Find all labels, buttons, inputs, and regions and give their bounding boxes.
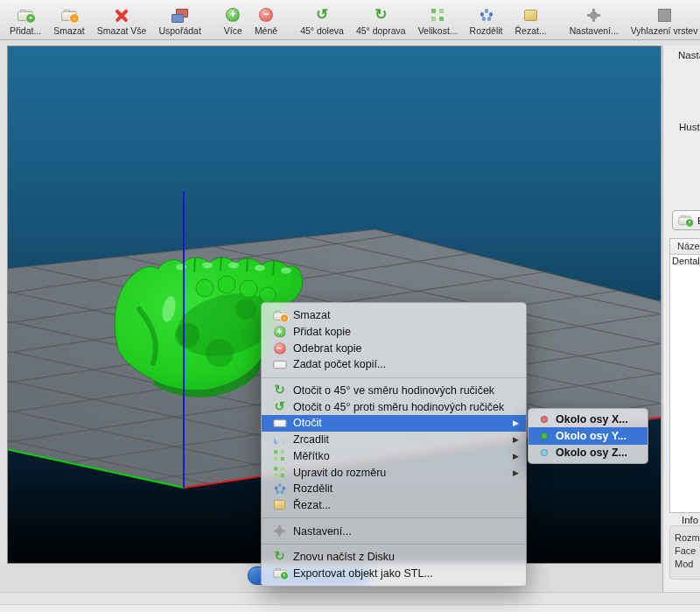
menu-item-label: Zadat počet kopií... bbox=[293, 358, 386, 370]
split-dots-icon bbox=[275, 483, 285, 494]
menu-item-cut[interactable]: Řezat... bbox=[262, 497, 526, 514]
menu-icon-slot: › bbox=[273, 568, 285, 578]
menu-icon-slot bbox=[273, 361, 285, 369]
toolbar: +Přidat...-SmazatSmazat VšeUspořádat+Víc… bbox=[0, 0, 700, 40]
submenu-item-label: Okolo osy Z... bbox=[556, 447, 627, 459]
submenu-item-label: Okolo osy Y... bbox=[556, 430, 626, 442]
slicer-window: +Přidat...-SmazatSmazat VšeUspořádat+Víc… bbox=[0, 0, 700, 612]
toolbar-button-delete-all[interactable]: Smazat Vše bbox=[91, 4, 153, 39]
brick-export-icon: › bbox=[273, 568, 286, 578]
toolbar-icon-slot: ↻ bbox=[374, 6, 388, 24]
menu-icon-slot bbox=[273, 435, 285, 443]
toolbar-button-add[interactable]: +Přidat... bbox=[4, 4, 47, 39]
toolbar-icon-slot bbox=[431, 6, 444, 24]
menu-item-reload-from-disk[interactable]: ↻Znovu načíst z Disku bbox=[262, 549, 526, 566]
toolbar-button-rotate-left[interactable]: ↺45° doleva bbox=[294, 4, 350, 39]
gray-square-icon bbox=[658, 9, 671, 22]
toolbar-button-label: Vyhlazení vrstev bbox=[631, 25, 698, 36]
menu-item-label: Řezat... bbox=[293, 499, 331, 511]
info-box: Rozm Face Mod bbox=[669, 525, 700, 580]
menu-separator bbox=[262, 517, 526, 518]
toolbar-icon-slot bbox=[587, 6, 600, 24]
toolbar-button-cut[interactable]: Řezat... bbox=[509, 4, 553, 39]
split-dots-icon bbox=[480, 9, 493, 21]
menu-item-label: Upravit do rozměru bbox=[293, 467, 386, 479]
toolbar-button-size[interactable]: Velikost... bbox=[412, 4, 464, 39]
submenu-item-around-y[interactable]: Okolo osy Y... bbox=[528, 427, 648, 444]
menu-item-label: Zrcadlit bbox=[293, 433, 329, 446]
toolbar-button-settings[interactable]: Nastavení... bbox=[564, 4, 625, 39]
submenu-item-label: Okolo osy X... bbox=[556, 413, 628, 426]
toolbar-button-layer-smoothing[interactable]: Vyhlazení vrstev bbox=[625, 4, 700, 39]
submenu-item-around-z[interactable]: Okolo osy Z... bbox=[528, 445, 648, 461]
menu-item-scale[interactable]: Měřítko▶ bbox=[262, 448, 526, 465]
scale-arrows-icon bbox=[274, 450, 285, 461]
submenu-arrow-icon: ▶ bbox=[508, 468, 519, 477]
field-icon bbox=[273, 419, 286, 427]
toolbar-button-label: Více bbox=[224, 25, 242, 36]
menu-item-split[interactable]: Rozdělit bbox=[262, 481, 526, 497]
toolbar-button-rotate-right[interactable]: ↻45° doprava bbox=[350, 4, 412, 39]
rotate-submenu: Okolo osy X...Okolo osy Y...Okolo osy Z.… bbox=[528, 408, 648, 464]
export-button[interactable]: › E bbox=[672, 210, 700, 230]
menu-item-label: Otočit o 45° ve směru hodinových ručiček bbox=[293, 384, 494, 397]
menu-item-settings[interactable]: Nastavení... bbox=[262, 523, 526, 539]
menu-icon-slot bbox=[273, 525, 285, 537]
red-x-icon bbox=[115, 8, 129, 22]
menu-item-label: Smazat bbox=[293, 309, 330, 321]
menu-item-label: Měřítko bbox=[293, 450, 330, 462]
toolbar-button-label: Smazat Vše bbox=[97, 25, 147, 36]
toolbar-button-label: Řezat... bbox=[515, 25, 547, 36]
rotate-ccw-icon: ↺ bbox=[273, 401, 285, 413]
brick-minus-icon: - bbox=[273, 311, 286, 320]
menu-item-rotate-45-ccw[interactable]: ↺Otočit o 45° proti směru hodinových ruč… bbox=[262, 398, 526, 415]
plus-circle-icon: + bbox=[226, 8, 240, 22]
menu-item-fit-to-size[interactable]: Upravit do rozměru▶ bbox=[262, 464, 526, 481]
menu-icon-slot: - bbox=[273, 311, 285, 320]
menu-icon-slot: ↺ bbox=[273, 401, 285, 413]
toolbar-button-label: Rozdělit bbox=[470, 25, 503, 36]
info-label: Info bbox=[682, 515, 698, 525]
menu-item-label: Nastavení... bbox=[293, 525, 352, 538]
submenu-arrow-icon: ▶ bbox=[508, 452, 519, 461]
status-strip bbox=[0, 592, 700, 604]
table-header-name: Název bbox=[669, 238, 700, 255]
menu-item-remove-copy[interactable]: −Odebrat kopie bbox=[262, 340, 526, 356]
window-footer bbox=[0, 604, 700, 612]
toolbar-button-fewer[interactable]: −Méně bbox=[248, 4, 284, 39]
menu-icon-slot bbox=[273, 500, 285, 510]
toolbar-button-arrange[interactable]: Uspořádat bbox=[152, 4, 206, 39]
toolbar-icon-slot: + bbox=[18, 6, 33, 24]
toolbar-button-more[interactable]: +Více bbox=[218, 4, 248, 39]
rotate-ccw-icon: ↺ bbox=[315, 8, 330, 22]
menu-item-label: Exportovat objekt jako STL... bbox=[293, 567, 433, 580]
settings-label: Nastav bbox=[678, 50, 700, 60]
menu-item-add-copy[interactable]: +Přidat kopie bbox=[262, 324, 526, 341]
gear-icon bbox=[274, 525, 285, 537]
density-label: Husto bbox=[679, 122, 700, 132]
menu-item-rotate-45-cw[interactable]: ↻Otočit o 45° ve směru hodinových ručiče… bbox=[262, 383, 526, 399]
plus-circle-icon: + bbox=[274, 326, 286, 338]
axis-dot-icon bbox=[541, 433, 548, 440]
minus-circle-icon: − bbox=[259, 8, 273, 22]
menu-icon-slot bbox=[273, 419, 285, 427]
menu-item-delete[interactable]: -Smazat bbox=[262, 307, 526, 324]
table-row[interactable]: Dental_ bbox=[670, 255, 700, 268]
toolbar-icon-slot: ↺ bbox=[315, 6, 330, 24]
toolbar-button-delete[interactable]: -Smazat bbox=[47, 4, 91, 39]
menu-item-mirror[interactable]: Zrcadlit▶ bbox=[262, 432, 526, 448]
toolbar-button-label: Smazat bbox=[53, 25, 85, 36]
menu-item-set-copies[interactable]: Zadat počet kopií... bbox=[262, 356, 526, 373]
toolbar-button-split[interactable]: Rozdělit bbox=[464, 4, 509, 39]
menu-icon-slot: + bbox=[273, 326, 285, 338]
menu-icon-slot bbox=[273, 450, 285, 461]
menu-item-export-stl[interactable]: ›Exportovat objekt jako STL... bbox=[262, 566, 526, 582]
toolbar-icon-slot bbox=[115, 6, 129, 24]
menu-item-rotate[interactable]: Otočit▶ bbox=[262, 415, 526, 432]
minus-circle-icon: − bbox=[274, 342, 286, 355]
submenu-item-around-x[interactable]: Okolo osy X... bbox=[528, 411, 648, 427]
toolbar-button-label: Nastavení... bbox=[570, 25, 619, 36]
rotate-cw-icon: ↻ bbox=[374, 8, 388, 22]
toolbar-button-label: Velikost... bbox=[418, 25, 458, 36]
menu-icon-slot: − bbox=[273, 342, 285, 355]
